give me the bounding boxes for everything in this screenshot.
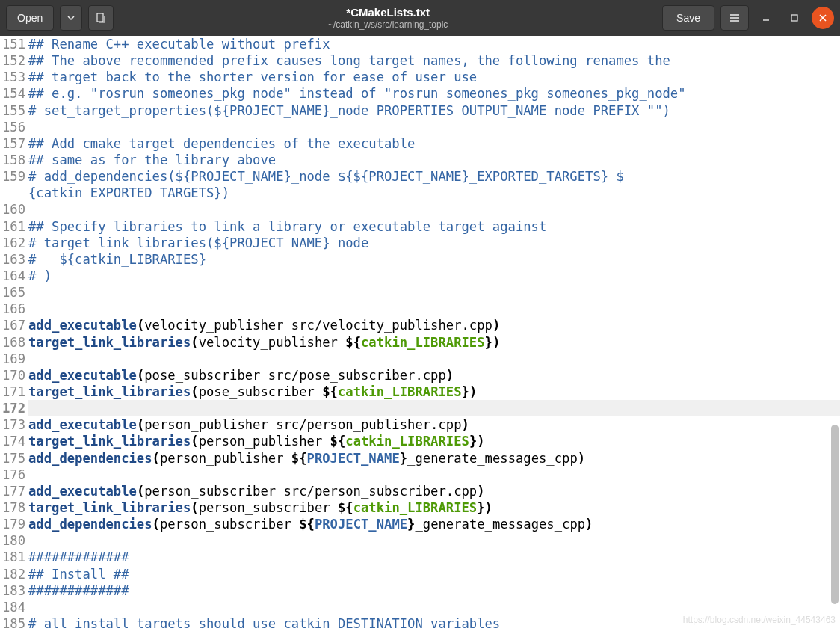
line-number: 164 <box>0 268 25 284</box>
code-line[interactable]: target_link_libraries(person_subscriber … <box>28 499 840 516</box>
close-icon <box>818 13 827 22</box>
line-number: 171 <box>0 384 25 400</box>
line-number: 179 <box>0 516 25 532</box>
titlebar: Open *CMakeLists.txt ~/catkin_ws/src/lea… <box>0 0 840 36</box>
code-line[interactable] <box>28 400 840 416</box>
code-line[interactable]: ############# <box>28 582 840 599</box>
watermark-text: https://blog.csdn.net/weixin_44543463 <box>683 615 836 625</box>
hamburger-icon <box>729 12 741 24</box>
line-number: 154 <box>0 85 25 102</box>
svg-rect-1 <box>791 15 797 21</box>
minimize-button[interactable] <box>755 7 777 29</box>
line-number: 178 <box>0 499 25 516</box>
file-path: ~/catkin_ws/src/learning_topic <box>120 19 656 30</box>
line-number: 162 <box>0 235 25 251</box>
code-line[interactable]: ## same as for the library above <box>28 152 840 168</box>
line-number: 170 <box>0 367 25 384</box>
line-number: 160 <box>0 201 25 218</box>
title-section: *CMakeLists.txt ~/catkin_ws/src/learning… <box>120 6 656 30</box>
maximize-icon <box>790 13 799 22</box>
line-number: 173 <box>0 416 25 433</box>
line-number: 185 <box>0 615 25 628</box>
line-number: 153 <box>0 69 25 85</box>
hamburger-menu-button[interactable] <box>720 5 749 31</box>
code-line[interactable]: # ) <box>28 268 840 284</box>
line-number: 168 <box>0 334 25 351</box>
code-line-continuation[interactable]: {catkin_EXPORTED_TARGETS}) <box>28 185 840 201</box>
code-content[interactable]: ## Rename C++ executable without prefix#… <box>28 36 840 628</box>
open-recent-dropdown[interactable] <box>60 5 82 31</box>
new-tab-button[interactable] <box>88 5 114 31</box>
code-line[interactable]: add_dependencies(person_publisher ${PROJ… <box>28 450 840 467</box>
code-line[interactable] <box>28 599 840 615</box>
close-button[interactable] <box>812 7 834 29</box>
code-line[interactable] <box>28 532 840 549</box>
save-button[interactable]: Save <box>662 5 714 31</box>
code-line[interactable]: ## Add cmake target dependencies of the … <box>28 135 840 152</box>
line-number: 158 <box>0 152 25 168</box>
line-number: 174 <box>0 433 25 449</box>
code-line[interactable] <box>28 201 840 218</box>
code-line[interactable]: ############# <box>28 549 840 565</box>
code-line[interactable] <box>28 467 840 483</box>
line-number: 183 <box>0 582 25 599</box>
minimize-icon <box>762 13 770 22</box>
line-number: 166 <box>0 301 25 317</box>
code-line[interactable]: add_executable(person_subscriber src/per… <box>28 483 840 499</box>
code-line[interactable]: target_link_libraries(velocity_publisher… <box>28 334 840 351</box>
code-line[interactable] <box>28 119 840 135</box>
line-number: 176 <box>0 467 25 483</box>
file-title: *CMakeLists.txt <box>120 6 656 19</box>
code-line[interactable]: ## The above recommended prefix causes l… <box>28 52 840 69</box>
chevron-down-icon <box>67 14 75 22</box>
line-number: 163 <box>0 251 25 268</box>
svg-rect-0 <box>97 13 103 22</box>
line-gutter: 1511521531541551561571581591601611621631… <box>0 36 28 628</box>
line-number: 175 <box>0 450 25 467</box>
line-number: 152 <box>0 52 25 69</box>
code-line[interactable]: add_dependencies(person_subscriber ${PRO… <box>28 516 840 532</box>
line-number: 165 <box>0 284 25 301</box>
code-line[interactable]: ## Rename C++ executable without prefix <box>28 36 840 52</box>
code-line[interactable]: target_link_libraries(person_publisher $… <box>28 433 840 449</box>
code-line[interactable]: # target_link_libraries(${PROJECT_NAME}_… <box>28 235 840 251</box>
line-number: 182 <box>0 566 25 582</box>
line-number: 161 <box>0 218 25 235</box>
line-number: 167 <box>0 317 25 333</box>
code-line[interactable]: # set_target_properties(${PROJECT_NAME}_… <box>28 102 840 119</box>
line-number: 180 <box>0 532 25 549</box>
code-line[interactable]: add_executable(person_publisher src/pers… <box>28 416 840 433</box>
code-line[interactable]: add_executable(velocity_publisher src/ve… <box>28 317 840 333</box>
line-number: 156 <box>0 119 25 135</box>
code-line[interactable]: add_executable(pose_subscriber src/pose_… <box>28 367 840 384</box>
code-line[interactable] <box>28 284 840 301</box>
line-number: 177 <box>0 483 25 499</box>
line-number: 151 <box>0 36 25 52</box>
code-line[interactable]: ## Specify libraries to link a library o… <box>28 218 840 235</box>
code-line[interactable]: ## e.g. "rosrun someones_pkg node" inste… <box>28 85 840 102</box>
code-line[interactable]: ## Install ## <box>28 566 840 582</box>
editor-area[interactable]: 1511521531541551561571581591601611621631… <box>0 36 840 628</box>
code-line[interactable]: ## target back to the shorter version fo… <box>28 69 840 85</box>
line-number: 181 <box>0 549 25 565</box>
line-number: 159 <box>0 168 25 185</box>
code-line[interactable]: # ${catkin_LIBRARIES} <box>28 251 840 268</box>
scrollbar-thumb[interactable] <box>831 425 839 604</box>
line-number: 155 <box>0 102 25 119</box>
line-number: 184 <box>0 599 25 615</box>
maximize-button[interactable] <box>783 7 806 29</box>
new-document-icon <box>95 12 107 24</box>
line-number: 157 <box>0 135 25 152</box>
code-line[interactable] <box>28 351 840 367</box>
line-number: 169 <box>0 351 25 367</box>
code-line[interactable]: target_link_libraries(pose_subscriber ${… <box>28 384 840 400</box>
code-line[interactable] <box>28 301 840 317</box>
code-line[interactable]: # add_dependencies(${PROJECT_NAME}_node … <box>28 168 840 185</box>
line-number: 172 <box>0 400 25 416</box>
open-button[interactable]: Open <box>6 5 54 31</box>
